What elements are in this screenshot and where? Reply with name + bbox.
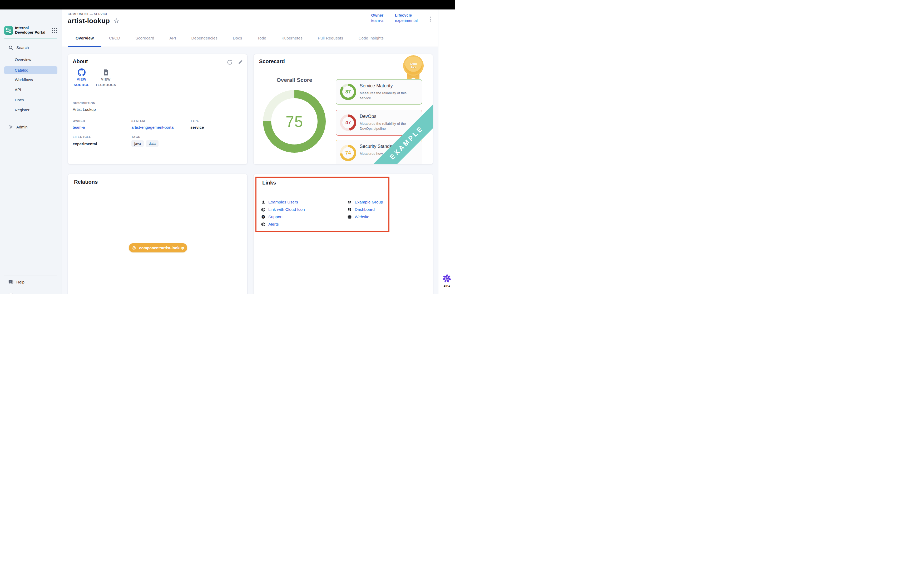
tab-todo[interactable]: Todo <box>250 29 274 47</box>
main-area: COMPONENT — SERVICE artist-lookup Owner … <box>62 10 438 294</box>
type-field-value: service <box>191 125 204 129</box>
content-area: About VIEW SOURCE VIEW <box>62 47 438 294</box>
badge-rosette: Gold Tier <box>404 57 422 74</box>
link-label: Dashboard <box>355 207 375 212</box>
svg-text:?: ? <box>262 216 264 218</box>
lifecycle-field-label: LIFECYCLE <box>73 135 91 139</box>
overall-score-label: Overall Score <box>254 77 335 83</box>
sidebar-item-help[interactable]: ? Help <box>0 278 62 286</box>
apps-grid-icon[interactable] <box>52 28 57 33</box>
link-support[interactable]: ? Support <box>261 213 283 221</box>
brand-title: Internal Developer Portal <box>15 26 47 35</box>
link-examples-users[interactable]: Examples Users <box>261 199 298 206</box>
tab-dependencies[interactable]: Dependencies <box>184 29 225 47</box>
metric-value: 74 <box>340 145 356 161</box>
links-title: Links <box>262 180 276 186</box>
link-dashboard[interactable]: Dashboard <box>347 206 375 213</box>
metric-value: 47 <box>340 115 356 131</box>
sidebar-item-docs[interactable]: Docs <box>4 96 57 104</box>
about-title: About <box>73 58 88 65</box>
view-source-line1: VIEW <box>69 77 94 82</box>
aida-label: AIDA <box>438 285 455 288</box>
tab-cicd[interactable]: CI/CD <box>101 29 128 47</box>
github-icon <box>69 68 94 77</box>
metric-title: DevOps <box>360 114 376 119</box>
more-options-icon[interactable] <box>429 15 432 23</box>
link-website[interactable]: Website <box>347 213 369 221</box>
type-field-label: TYPE <box>191 119 199 123</box>
link-label: Support <box>268 215 283 219</box>
favorite-star-icon[interactable] <box>113 18 119 25</box>
edit-pencil-icon[interactable] <box>238 60 243 66</box>
help-chat-icon: ? <box>8 279 14 285</box>
metric-card-service-maturity[interactable]: 87 Service Maturity Measures the reliabi… <box>336 79 422 105</box>
lifecycle-value: experimental <box>395 18 418 23</box>
metric-donut: 47 <box>340 115 356 131</box>
sidebar-item-register[interactable]: Register <box>4 106 57 114</box>
metric-donut: 74 <box>340 145 356 161</box>
view-techdocs-button[interactable]: VIEW TECHDOCS <box>93 68 118 88</box>
sidebar-item-overview[interactable]: Overview <box>4 56 57 64</box>
overall-score-donut: 75 <box>263 90 326 153</box>
metric-donut: 87 <box>340 84 356 100</box>
help-label: Help <box>16 280 24 284</box>
chip-icon <box>132 246 136 250</box>
scorecard-card: Scorecard Gold Tier Overall Score 75 87 … <box>253 54 433 165</box>
sidebar-item-api[interactable]: API <box>4 86 57 94</box>
link-with-cloud-icon[interactable]: Link with Cloud Icon <box>261 206 305 213</box>
aida-widget[interactable]: AIDA <box>438 274 455 288</box>
view-source-button[interactable]: VIEW SOURCE <box>69 68 94 88</box>
sidebar-item-catalog[interactable]: Catalog <box>4 66 57 74</box>
right-gutter: AIDA <box>438 10 455 294</box>
sidebar-item-admin[interactable]: Admin <box>0 123 62 131</box>
tab-scorecard[interactable]: Scorecard <box>128 29 162 47</box>
globe-icon <box>261 207 265 212</box>
link-label: Link with Cloud Icon <box>268 207 305 212</box>
search-label: Search <box>16 45 29 50</box>
document-icon <box>93 68 118 77</box>
metric-value: 87 <box>340 84 356 100</box>
owner-field-value[interactable]: team-a <box>73 125 85 129</box>
link-alerts[interactable]: Alerts <box>261 221 279 228</box>
relations-card: Relations component:artist-lookup <box>68 174 247 294</box>
gear-icon <box>8 124 13 129</box>
system-field-value[interactable]: artist-engagement-portal <box>131 125 174 129</box>
page-title: artist-lookup <box>68 17 110 25</box>
brand: Internal Developer Portal <box>4 26 58 35</box>
tab-api[interactable]: API <box>162 29 184 47</box>
tag-chip[interactable]: java <box>131 140 144 147</box>
owner-label: Owner <box>371 13 383 17</box>
dashboard-icon <box>347 208 352 212</box>
owner-meta[interactable]: Owner team-a <box>371 13 383 23</box>
entity-tabs: Overview CI/CD Scorecard API Dependencie… <box>62 29 438 47</box>
link-label: Example Group <box>355 200 383 205</box>
relation-node-component[interactable]: component:artist-lookup <box>129 243 187 252</box>
system-field-label: SYSTEM <box>131 119 145 123</box>
view-techdocs-line2: TECHDOCS <box>93 82 118 88</box>
owner-field-label: OWNER <box>73 119 85 123</box>
aida-flower-icon <box>442 274 451 283</box>
links-card: Links Examples Users Link with Cloud Ico… <box>253 174 433 294</box>
overall-score-value: 75 <box>263 90 326 153</box>
tab-pull-requests[interactable]: Pull Requests <box>310 29 351 47</box>
link-example-group[interactable]: Example Group <box>347 199 383 206</box>
view-source-line2: SOURCE <box>69 82 94 88</box>
tab-overview[interactable]: Overview <box>68 29 101 47</box>
tag-chip[interactable]: data <box>146 140 158 147</box>
portal-logo-icon <box>4 26 13 35</box>
description-value: Artist Lookup <box>73 107 96 111</box>
gold-tier-badge: Gold Tier <box>404 57 422 81</box>
lifecycle-label: Lifecycle <box>395 13 418 17</box>
help-circle-icon: ? <box>261 215 265 219</box>
refresh-icon[interactable] <box>227 60 232 66</box>
tab-kubernetes[interactable]: Kubernetes <box>274 29 310 47</box>
sidebar-search[interactable]: Search <box>0 44 62 52</box>
sidebar-user[interactable]: DP Debabrata Panigrahi <box>0 293 62 294</box>
admin-label: Admin <box>16 125 27 129</box>
metric-description: Measures the reliability of this service <box>360 90 418 100</box>
owner-value[interactable]: team-a <box>371 18 383 23</box>
tab-code-insights[interactable]: Code Insights <box>351 29 391 47</box>
sidebar-item-workflows[interactable]: Workflows <box>4 76 57 84</box>
badge-line1: Gold <box>410 62 417 66</box>
tab-docs[interactable]: Docs <box>225 29 250 47</box>
